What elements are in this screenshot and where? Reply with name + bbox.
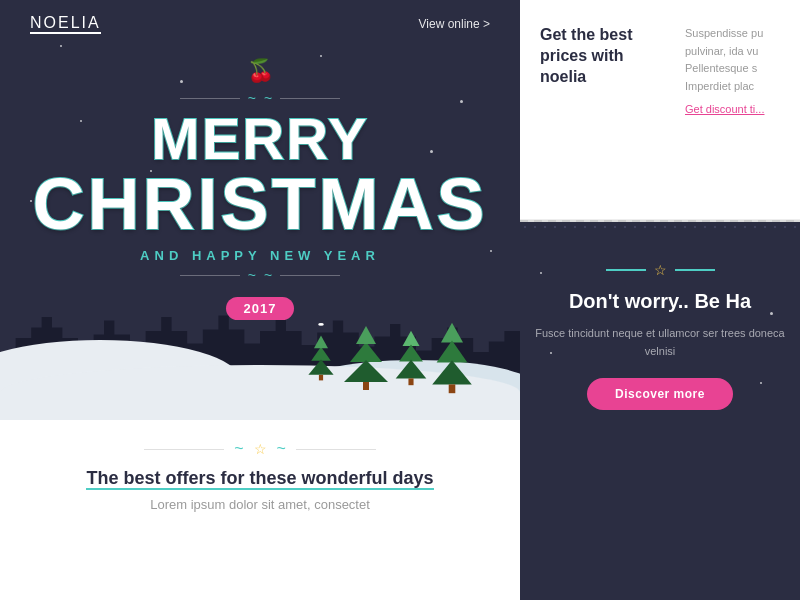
merry-text: MERRY xyxy=(151,110,368,168)
right-top-card: Get the best prices with noelia Suspendi… xyxy=(520,0,800,220)
hero-content: 🍒 ~ ~ MERRY CHRISTMAS AND HAPPY NEW YEAR… xyxy=(33,58,488,320)
best-offers-heading: The best offers for these wonderful days xyxy=(86,468,433,489)
star-outline-icon: ☆ xyxy=(654,262,667,278)
dots-decoration xyxy=(520,222,800,234)
swirl-left2: ~ xyxy=(248,267,256,283)
swirl-right: ~ xyxy=(264,90,272,106)
logo-light: ELIA xyxy=(58,14,101,31)
star-decoration xyxy=(490,250,492,252)
year-badge: 2017 xyxy=(226,297,295,320)
star-deco xyxy=(770,312,773,315)
xmas-tree-4 xyxy=(432,323,472,393)
tree-trunk xyxy=(449,384,456,393)
left-panel: NOELIA View online > 🍒 ~ ~ MERRY CHRISTM… xyxy=(0,0,520,600)
price-heading: Get the best prices with noelia xyxy=(540,25,660,87)
right-bottom-section: ☆ Don't worry.. Be Ha Fusce tincidunt ne… xyxy=(520,222,800,600)
christmas-trees xyxy=(303,326,470,390)
tree-top xyxy=(356,326,376,344)
right-deco-line xyxy=(296,449,376,450)
tree-bot xyxy=(432,360,472,384)
xmas-tree-1 xyxy=(308,336,333,381)
tree-top xyxy=(314,336,328,349)
christmas-text: CHRISTMAS xyxy=(33,168,488,240)
right-panel: Get the best prices with noelia Suspendi… xyxy=(520,0,800,600)
dont-worry-heading: Don't worry.. Be Ha xyxy=(569,290,751,313)
xmas-tree-2 xyxy=(344,326,388,390)
left-line xyxy=(180,98,240,99)
rb-left-line xyxy=(606,269,646,271)
left-line2 xyxy=(180,275,240,276)
tree-mid xyxy=(437,340,468,362)
fusce-text: Fusce tincidunt neque et ullamcor ser tr… xyxy=(535,325,785,360)
star-deco xyxy=(760,382,762,384)
view-online-link[interactable]: View online > xyxy=(419,17,491,31)
price-description: Suspendisse pu pulvinar, ida vu Pellente… xyxy=(685,25,780,95)
swirl-right: ~ xyxy=(277,440,286,458)
header-bar: NOELIA View online > xyxy=(0,0,520,48)
discover-more-button[interactable]: Discover more xyxy=(587,378,733,410)
logo-bold: NO xyxy=(30,14,58,31)
tree-bot xyxy=(396,360,427,379)
swirl-left: ~ xyxy=(248,90,256,106)
star-icon: ☆ xyxy=(254,441,267,457)
star-decoration xyxy=(320,55,322,57)
star-deco xyxy=(540,272,542,274)
tree-trunk xyxy=(408,378,413,385)
holly-icon: 🍒 xyxy=(247,58,274,84)
right-line xyxy=(280,98,340,99)
lorem-text: Lorem ipsum dolor sit amet, consectet xyxy=(150,497,370,512)
bottom-section: ~ ☆ ~ The best offers for these wonderfu… xyxy=(0,420,520,600)
hero-section: NOELIA View online > 🍒 ~ ~ MERRY CHRISTM… xyxy=(0,0,520,420)
price-left: Get the best prices with noelia xyxy=(540,25,670,199)
tree-bot xyxy=(308,359,333,374)
swirl-left: ~ xyxy=(234,440,243,458)
rb-right-line xyxy=(675,269,715,271)
price-right: Suspendisse pu pulvinar, ida vu Pellente… xyxy=(685,25,780,199)
and-happy-text: AND HAPPY NEW YEAR xyxy=(140,248,380,263)
bottom-decorative-line: ~ ~ xyxy=(180,267,340,283)
tree-bot xyxy=(344,360,388,382)
tree-mid xyxy=(350,342,382,362)
left-deco-line xyxy=(144,449,224,450)
rb-decoration: ☆ xyxy=(606,262,715,278)
star-deco xyxy=(550,352,552,354)
logo: NOELIA xyxy=(30,14,101,34)
right-line2 xyxy=(280,275,340,276)
xmas-tree-3 xyxy=(396,331,427,385)
tree-trunk xyxy=(319,375,323,381)
get-discount-link[interactable]: Get discount ti... xyxy=(685,103,780,115)
swirl-right2: ~ xyxy=(264,267,272,283)
bottom-decoration: ~ ☆ ~ xyxy=(144,440,376,458)
tree-trunk xyxy=(363,382,369,390)
top-decorative-line: ~ ~ xyxy=(180,90,340,106)
